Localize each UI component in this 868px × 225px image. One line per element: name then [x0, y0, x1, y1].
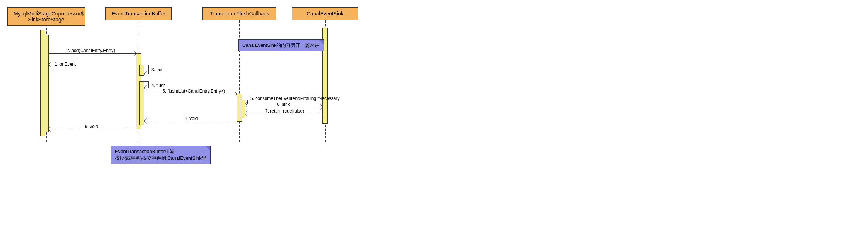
- arrow: [141, 65, 148, 65]
- note-text: 按批(或事务)提交事件到:CanalEventSink里: [115, 155, 206, 161]
- activation-bar: [139, 81, 144, 125]
- arrow: [49, 53, 136, 54]
- msg-put: 3. put: [151, 67, 163, 72]
- participant-sinkstore: MysqlMultiStageCoprocessor$SinkStoreStag…: [7, 7, 85, 26]
- participant-label: CanalEventSink: [307, 11, 344, 17]
- participant-callback: TransactionFlushCallback: [202, 7, 276, 20]
- note-sinkevent: CanalEventSink的内容另开一篇来讲: [238, 39, 324, 51]
- arrow: [144, 94, 237, 94]
- msg-add: 2. add(CanalEntry.Entry): [66, 48, 115, 53]
- msg-void8: 8. void: [185, 116, 198, 121]
- lifeline: [239, 20, 240, 142]
- participant-label: MysqlMultiStageCoprocessor$SinkStoreStag…: [14, 11, 84, 22]
- arrow-head: [245, 102, 250, 107]
- msg-flushlist: 5. flush(List<CanalEntry.Entry>): [163, 89, 225, 94]
- arrow: [245, 114, 322, 114]
- msg-consume: 5. consumeTheEventAndProfilingIfNecessar…: [250, 96, 339, 101]
- msg-sink: 6. sink: [277, 102, 290, 107]
- arrow-head: [144, 118, 149, 124]
- arrow: [49, 129, 136, 129]
- participant-sink: CanalEventSink: [292, 7, 358, 20]
- arrow-head: [245, 111, 250, 116]
- activation-bar: [139, 65, 144, 76]
- arrow: [53, 35, 53, 65]
- msg-onevent: 1. onEvent: [55, 62, 76, 67]
- arrow-head: [48, 127, 53, 132]
- arrow: [148, 65, 149, 74]
- arrow: [141, 81, 148, 82]
- participant-label: EventTransactionBuffer: [112, 11, 165, 17]
- activation-bar: [240, 100, 245, 118]
- msg-return: 7. return (true|false): [265, 108, 304, 114]
- note-text: CanalEventSink的内容另开一篇来讲: [242, 42, 320, 48]
- activation-bar: [44, 35, 49, 132]
- msg-flush: 4. flush: [151, 83, 166, 88]
- msg-void9: 9. void: [85, 124, 98, 129]
- note-buffer: EventTransactionBuffer功能: 按批(或事务)提交事件到:C…: [111, 146, 211, 164]
- arrow: [245, 107, 322, 107]
- participant-buffer: EventTransactionBuffer: [105, 7, 172, 20]
- participant-label: TransactionFlushCallback: [210, 11, 269, 17]
- arrow: [144, 121, 237, 121]
- arrow: [242, 100, 247, 100]
- arrow: [45, 35, 53, 35]
- note-text: EventTransactionBuffer功能:: [115, 149, 176, 154]
